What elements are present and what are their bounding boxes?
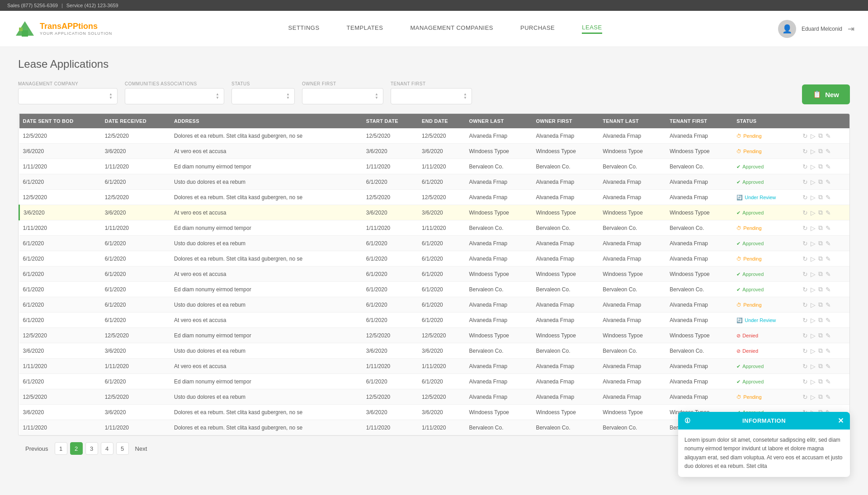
nav-templates[interactable]: TEMPLATES [347,24,383,33]
nav-lease[interactable]: LEASE [582,24,602,34]
action-edit-icon[interactable]: ✎ [826,393,831,401]
action-copy-icon[interactable]: ⧉ [818,255,823,262]
action-edit-icon[interactable]: ✎ [826,286,831,293]
communities-input[interactable]: ▲▼ [125,88,224,104]
page-4[interactable]: 4 [101,442,113,455]
action-forward-icon[interactable]: ▷ [811,163,816,170]
action-edit-icon[interactable]: ✎ [826,178,831,186]
action-forward-icon[interactable]: ▷ [811,240,816,247]
action-copy-icon[interactable]: ⧉ [818,193,823,201]
nav-settings[interactable]: SETTINGS [288,24,320,33]
status-input[interactable]: ▲▼ [231,88,295,104]
action-refresh-icon[interactable]: ↻ [802,347,808,355]
action-copy-icon[interactable]: ⧉ [818,209,823,216]
table-row[interactable]: 6/1/2020 6/1/2020 Dolores et ea rebum. S… [19,251,850,266]
action-edit-icon[interactable]: ✎ [826,132,831,140]
action-edit-icon[interactable]: ✎ [826,317,831,324]
action-copy-icon[interactable]: ⧉ [818,316,823,324]
page-5[interactable]: 5 [116,442,129,455]
action-copy-icon[interactable]: ⧉ [818,163,823,170]
action-refresh-icon[interactable]: ↻ [802,194,808,201]
action-copy-icon[interactable]: ⧉ [818,378,823,385]
action-refresh-icon[interactable]: ↻ [802,240,808,247]
logout-icon[interactable]: ⇥ [848,24,854,34]
action-refresh-icon[interactable]: ↻ [802,363,808,370]
table-row[interactable]: 12/5/2020 12/5/2020 Ed diam nonumy eirmo… [19,328,850,343]
action-refresh-icon[interactable]: ↻ [802,271,808,278]
action-edit-icon[interactable]: ✎ [826,332,831,339]
action-forward-icon[interactable]: ▷ [811,301,816,308]
action-refresh-icon[interactable]: ↻ [802,209,808,216]
action-refresh-icon[interactable]: ↻ [802,332,808,339]
action-edit-icon[interactable]: ✎ [826,301,831,308]
table-row[interactable]: 1/11/2020 1/11/2020 Ed diam nonumy eirmo… [19,220,850,236]
action-edit-icon[interactable]: ✎ [826,163,831,170]
action-forward-icon[interactable]: ▷ [811,286,816,293]
action-edit-icon[interactable]: ✎ [826,347,831,355]
action-copy-icon[interactable]: ⧉ [818,178,823,186]
owner-first-input[interactable]: ▲▼ [302,88,383,104]
action-edit-icon[interactable]: ✎ [826,255,831,262]
nav-management-companies[interactable]: MANAGEMENT COMPANIES [410,24,493,33]
action-copy-icon[interactable]: ⧉ [818,147,823,155]
new-button[interactable]: 📋 New [802,84,850,104]
action-copy-icon[interactable]: ⧉ [818,239,823,247]
action-forward-icon[interactable]: ▷ [811,271,816,278]
table-row[interactable]: 1/11/2020 1/11/2020 At vero eos et accus… [19,359,850,374]
action-forward-icon[interactable]: ▷ [811,363,816,370]
table-row[interactable]: 6/1/2020 6/1/2020 Usto duo dolores et ea… [19,174,850,190]
action-refresh-icon[interactable]: ↻ [802,378,808,385]
action-copy-icon[interactable]: ⧉ [818,362,823,370]
action-edit-icon[interactable]: ✎ [826,224,831,232]
table-row[interactable]: 3/6/2020 3/6/2020 At vero eos et accusa … [19,144,850,159]
action-forward-icon[interactable]: ▷ [811,255,816,262]
table-row[interactable]: 12/5/2020 12/5/2020 Dolores et ea rebum.… [19,128,850,144]
action-refresh-icon[interactable]: ↻ [802,255,808,262]
action-copy-icon[interactable]: ⧉ [818,332,823,339]
action-forward-icon[interactable]: ▷ [811,317,816,324]
action-copy-icon[interactable]: ⧉ [818,132,823,140]
action-refresh-icon[interactable]: ↻ [802,163,808,170]
action-edit-icon[interactable]: ✎ [826,363,831,370]
table-row[interactable]: 6/1/2020 6/1/2020 Usto duo dolores et ea… [19,297,850,313]
action-forward-icon[interactable]: ▷ [811,209,816,216]
table-row[interactable]: 3/6/2020 3/6/2020 At vero eos et accusa … [19,205,850,220]
table-row[interactable]: 1/11/2020 1/11/2020 Ed diam nonumy eirmo… [19,159,850,174]
management-company-input[interactable]: ▲▼ [18,88,118,104]
action-forward-icon[interactable]: ▷ [811,332,816,339]
action-refresh-icon[interactable]: ↻ [802,178,808,186]
table-row[interactable]: 6/1/2020 6/1/2020 Ed diam nonumy eirmod … [19,374,850,389]
page-1[interactable]: 1 [55,442,67,455]
action-edit-icon[interactable]: ✎ [826,378,831,385]
action-refresh-icon[interactable]: ↻ [802,286,808,293]
action-forward-icon[interactable]: ▷ [811,148,816,155]
pagination-next[interactable]: Next [132,445,151,452]
action-copy-icon[interactable]: ⧉ [818,347,823,355]
table-row[interactable]: 6/1/2020 6/1/2020 Usto duo dolores et ea… [19,236,850,251]
page-2[interactable]: 2 [70,442,83,455]
table-row[interactable]: 12/5/2020 12/5/2020 Dolores et ea rebum.… [19,190,850,205]
pagination-previous[interactable]: Previous [22,445,52,452]
action-refresh-icon[interactable]: ↻ [802,393,808,401]
action-forward-icon[interactable]: ▷ [811,347,816,355]
action-edit-icon[interactable]: ✎ [826,209,831,216]
action-forward-icon[interactable]: ▷ [811,378,816,385]
action-edit-icon[interactable]: ✎ [826,148,831,155]
action-edit-icon[interactable]: ✎ [826,240,831,247]
action-forward-icon[interactable]: ▷ [811,393,816,401]
nav-purchase[interactable]: PURCHASE [520,24,555,33]
table-row[interactable]: 6/1/2020 6/1/2020 At vero eos et accusa … [19,313,850,328]
action-copy-icon[interactable]: ⧉ [818,393,823,401]
action-forward-icon[interactable]: ▷ [811,224,816,232]
action-edit-icon[interactable]: ✎ [826,194,831,201]
action-edit-icon[interactable]: ✎ [826,271,831,278]
action-copy-icon[interactable]: ⧉ [818,285,823,293]
action-refresh-icon[interactable]: ↻ [802,317,808,324]
info-close-button[interactable]: ✕ [838,416,844,425]
table-row[interactable]: 3/6/2020 3/6/2020 Usto duo dolores et ea… [19,343,850,359]
action-copy-icon[interactable]: ⧉ [818,301,823,308]
action-refresh-icon[interactable]: ↻ [802,148,808,155]
action-refresh-icon[interactable]: ↻ [802,132,808,140]
table-row[interactable]: 6/1/2020 6/1/2020 Ed diam nonumy eirmod … [19,282,850,297]
action-forward-icon[interactable]: ▷ [811,194,816,201]
